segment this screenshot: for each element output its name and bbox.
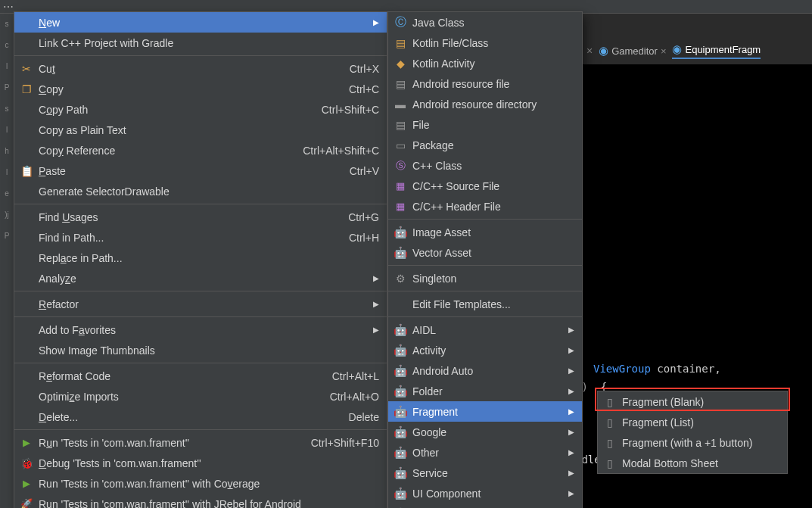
editor-tabs: × ◉ Gameditor × ◉ EquipmentFragm: [586, 42, 812, 60]
menu-label: Add to Favorites: [39, 324, 116, 336]
menu-item-singleton[interactable]: ⚙ Singleton: [388, 268, 582, 288]
android-icon: 🤖: [394, 466, 407, 480]
menu-item-copy-path[interactable]: Copy Path Ctrl+Shift+C: [14, 99, 387, 120]
menu-item-link-cpp[interactable]: Link C++ Project with Gradle: [14, 33, 387, 53]
menu-label: Singleton: [412, 273, 456, 285]
tab-equipmentfragment[interactable]: ◉ EquipmentFragm: [672, 42, 761, 59]
menu-item-other[interactable]: 🤖 Other ▶: [388, 442, 582, 463]
menu-label: Image Asset: [412, 226, 471, 238]
menu-item-replace-in-path[interactable]: Replace in Path...: [14, 248, 387, 268]
menu-item-copy-reference[interactable]: Copy Reference Ctrl+Alt+Shift+C: [14, 140, 387, 161]
menu-item-modal-bottom-sheet[interactable]: ▯ Modal Bottom Sheet: [598, 453, 787, 473]
jrebel-icon: 🚀: [20, 497, 33, 509]
clipboard-icon: 📋: [20, 164, 33, 178]
menu-item-vector-asset[interactable]: 🤖 Vector Asset: [388, 242, 582, 263]
menu-item-google[interactable]: 🤖 Google ▶: [388, 422, 582, 442]
layout-icon: ▯: [603, 457, 617, 470]
menu-item-cpp-header[interactable]: ▦ C/C++ Header File: [388, 196, 582, 217]
menu-item-android-auto[interactable]: 🤖 Android Auto ▶: [388, 360, 582, 381]
menu-item-add-favorites[interactable]: Add to Favorites ▶: [14, 319, 387, 340]
menu-label: Activity: [412, 344, 446, 357]
menu-item-find-usages[interactable]: Find Usages Ctrl+G: [14, 207, 387, 227]
run-coverage-icon: ▶: [20, 477, 33, 491]
kotlin-file-icon: ▤: [394, 36, 407, 50]
menu-item-find-in-path[interactable]: Find in Path... Ctrl+H: [14, 227, 387, 248]
menu-label: Generate SelectorDrawable: [39, 185, 170, 198]
menu-item-analyze[interactable]: Analyze ▶: [14, 268, 387, 288]
submenu-arrow-icon: ▶: [546, 448, 574, 457]
menu-item-cut[interactable]: ✂ Cut Ctrl+X: [14, 58, 387, 79]
menu-item-package[interactable]: ▭ Package: [388, 135, 582, 155]
menu-label: Kotlin Activity: [412, 58, 474, 70]
menu-separator: [388, 265, 582, 266]
menu-item-generate-selector[interactable]: Generate SelectorDrawable: [14, 181, 387, 201]
menu-item-fragment-plus1[interactable]: ▯ Fragment (with a +1 button): [598, 432, 787, 453]
bug-icon: 🐞: [20, 457, 33, 470]
menu-item-cpp-source[interactable]: ▦ C/C++ Source File: [388, 176, 582, 196]
menu-item-refactor[interactable]: Refactor ▶: [14, 294, 387, 314]
menu-item-delete[interactable]: Delete... Delete: [14, 407, 387, 427]
menu-item-fragment[interactable]: 🤖 Fragment ▶: [388, 401, 582, 422]
layout-icon: ▯: [603, 436, 617, 450]
menu-label: Service: [412, 467, 448, 479]
menu-label: Android Auto: [412, 365, 473, 377]
menu-item-aidl[interactable]: 🤖 AIDL ▶: [388, 319, 582, 340]
submenu-arrow-icon: ▶: [546, 407, 574, 416]
menu-label: Copy as Plain Text: [39, 124, 126, 136]
menu-shortcut: Ctrl+Alt+L: [310, 370, 379, 382]
submenu-arrow-icon: ▶: [546, 428, 574, 436]
menu-item-run-jrebel[interactable]: 🚀 Run 'Tests in 'com.wan.frament'' with …: [14, 494, 387, 508]
folder-icon: ▬: [394, 98, 407, 111]
menu-item-copy-plain[interactable]: Copy as Plain Text: [14, 120, 387, 140]
tab-close-icon[interactable]: ×: [661, 45, 667, 57]
menu-item-reformat[interactable]: Reformat Code Ctrl+Alt+L: [14, 366, 387, 386]
menu-item-optimize-imports[interactable]: Optimize Imports Ctrl+Alt+O: [14, 386, 387, 407]
menu-label: Edit File Templates...: [412, 298, 511, 310]
menu-item-java-class[interactable]: Ⓒ Java Class: [388, 12, 582, 33]
menu-item-paste[interactable]: 📋 Paste Ctrl+V: [14, 161, 387, 181]
menu-item-image-asset[interactable]: 🤖 Image Asset: [388, 222, 582, 242]
menu-item-wear[interactable]: 🤖 Wear ▶: [388, 503, 582, 508]
menu-item-android-resource-file[interactable]: ▤ Android resource file: [388, 73, 582, 94]
menu-item-edit-templates[interactable]: Edit File Templates...: [388, 294, 582, 314]
code-text: container,: [651, 363, 721, 375]
menu-shortcut: Ctrl+C: [326, 83, 379, 95]
submenu-arrow-icon: ▶: [350, 274, 379, 282]
menu-item-copy[interactable]: ❐ Copy Ctrl+C: [14, 79, 387, 99]
menu-item-folder[interactable]: 🤖 Folder ▶: [388, 381, 582, 401]
menu-item-show-thumbnails[interactable]: Show Image Thumbnails: [14, 340, 387, 360]
menu-label: C/C++ Header File: [412, 201, 501, 213]
menu-item-android-resource-dir[interactable]: ▬ Android resource directory: [388, 94, 582, 114]
android-icon: 🤖: [394, 487, 407, 500]
submenu-arrow-icon: ▶: [546, 366, 574, 375]
context-menu: New ▶ Link C++ Project with Gradle ✂ Cut…: [14, 11, 387, 508]
menu-shortcut: Ctrl+Shift+F10: [288, 437, 379, 449]
menu-item-cpp-class[interactable]: Ⓢ C++ Class: [388, 155, 582, 176]
menu-item-file[interactable]: ▤ File: [388, 114, 582, 135]
menu-item-run-coverage[interactable]: ▶ Run 'Tests in 'com.wan.frament'' with …: [14, 473, 387, 494]
menu-separator: [388, 316, 582, 317]
menu-item-kotlin-activity[interactable]: ◆ Kotlin Activity: [388, 53, 582, 73]
tab-close-icon[interactable]: ×: [586, 45, 593, 57]
menu-item-run-tests[interactable]: ▶ Run 'Tests in 'com.wan.frament'' Ctrl+…: [14, 432, 387, 453]
menu-item-activity[interactable]: 🤖 Activity ▶: [388, 340, 582, 360]
menu-label: Fragment (with a +1 button): [622, 437, 752, 449]
menu-item-new[interactable]: New ▶: [14, 12, 387, 33]
menu-item-ui-component[interactable]: 🤖 UI Component ▶: [388, 483, 582, 503]
menu-label: Fragment (List): [622, 416, 694, 429]
menu-label: Android resource file: [412, 78, 509, 90]
menu-separator: [14, 316, 387, 317]
menu-shortcut: Ctrl+X: [327, 63, 379, 75]
menu-label: Modal Bottom Sheet: [622, 457, 718, 469]
menu-label: Java Class: [412, 17, 464, 29]
menu-item-fragment-blank[interactable]: ▯ Fragment (Blank): [598, 391, 787, 412]
android-icon: 🤖: [394, 425, 407, 439]
menu-item-fragment-list[interactable]: ▯ Fragment (List): [598, 412, 787, 432]
menu-item-kotlin-file[interactable]: ▤ Kotlin File/Class: [388, 33, 582, 53]
menu-label: Package: [412, 139, 453, 151]
menu-item-service[interactable]: 🤖 Service ▶: [388, 463, 582, 483]
tab-gameditor[interactable]: ◉ Gameditor ×: [599, 44, 666, 58]
menu-item-debug-tests[interactable]: 🐞 Debug 'Tests in 'com.wan.frament'': [14, 453, 387, 473]
menu-separator: [388, 219, 582, 220]
class-icon: ◉: [672, 42, 682, 56]
